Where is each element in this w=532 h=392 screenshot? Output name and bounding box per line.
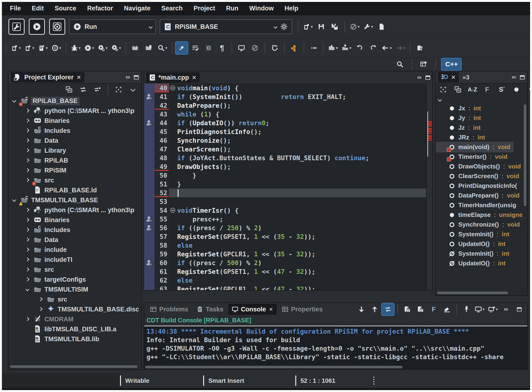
- tree-item-cmdram[interactable]: CMDRAM: [9, 314, 140, 324]
- breakpoint-icon[interactable]: [144, 224, 154, 232]
- minimize-icon[interactable]: [511, 74, 517, 80]
- export-wizard-button[interactable]: ▾: [340, 42, 352, 54]
- tree-item-src[interactable]: src: [9, 294, 140, 304]
- menu-window[interactable]: Window: [249, 5, 273, 12]
- chevron-right-icon[interactable]: [26, 267, 31, 272]
- search-dialog-button[interactable]: ▾: [156, 42, 168, 54]
- line-number[interactable]: 41: [154, 92, 169, 101]
- line-number[interactable]: 58: [154, 241, 169, 250]
- next-edit-location-button[interactable]: [367, 42, 379, 54]
- tree-item-include[interactable]: include: [9, 245, 140, 255]
- menu-file[interactable]: File: [10, 5, 21, 12]
- maximize-icon[interactable]: [133, 74, 139, 80]
- cpp-perspective-button[interactable]: C++: [442, 58, 461, 70]
- outline-item-systeminit-[interactable]: SystemInit():int: [436, 229, 524, 239]
- run-external-tools-button[interactable]: ▾: [110, 42, 122, 54]
- save-all-button[interactable]: [328, 21, 341, 33]
- close-icon[interactable]: [268, 307, 273, 312]
- pin-console-button[interactable]: [460, 303, 472, 315]
- dropdown-arrow-icon[interactable]: ▾: [496, 308, 498, 311]
- tab-console[interactable]: Console: [228, 304, 277, 315]
- collapse-all-button[interactable]: [452, 84, 464, 96]
- menu-search[interactable]: Search: [161, 5, 183, 12]
- new-file-button[interactable]: ▾: [23, 42, 35, 54]
- outline-item-updateio-[interactable]: UpdateIO():int: [436, 258, 524, 268]
- open-perspective-button[interactable]: [417, 58, 430, 70]
- hide-fields-button[interactable]: F: [481, 84, 493, 96]
- annotation-gutter[interactable]: [144, 180, 154, 189]
- instruction-stepping-toggle-button[interactable]: [307, 42, 320, 54]
- line-number[interactable]: 57: [154, 232, 169, 241]
- dropdown-arrow-icon[interactable]: ▾: [79, 46, 81, 50]
- outline-item-jrz[interactable]: JRz:int: [436, 133, 524, 142]
- outline-item-printdiagnosticinfo-[interactable]: PrintDiagnosticInfo(: [436, 181, 524, 191]
- outline-item-dataprepare-[interactable]: DataPrepare():void: [436, 191, 524, 200]
- tree-item-rpilab-base[interactable]: CxRPiLAB_BASE: [9, 96, 140, 106]
- line-number[interactable]: 42: [154, 101, 169, 110]
- maximize-icon[interactable]: [519, 74, 525, 80]
- chevron-right-icon[interactable]: [26, 248, 31, 252]
- focus-on-active-task-button[interactable]: [91, 84, 103, 96]
- tree-item-src[interactable]: src: [9, 265, 140, 275]
- annotation-gutter[interactable]: [144, 171, 154, 180]
- annotation-gutter[interactable]: [144, 232, 154, 241]
- dropdown-arrow-icon[interactable]: ▾: [358, 25, 360, 29]
- tree-item-python-c-smart-ython3-p[interactable]: python (C:\SMARt ... ython3\p: [9, 106, 140, 116]
- menu-project[interactable]: Project: [194, 5, 215, 12]
- annotation-gutter[interactable]: [144, 162, 154, 171]
- word-wrap-console-button[interactable]: F: [428, 303, 440, 315]
- chevron-right-icon[interactable]: [39, 307, 44, 311]
- line-number[interactable]: 63: [154, 285, 169, 290]
- show-whitespace-button[interactable]: ¶: [216, 42, 228, 54]
- outline-item-jz[interactable]: Jz:int: [436, 123, 524, 133]
- tree-item-python-c-smart-ython3-p[interactable]: python (C:\SMARt ... ython3\p: [9, 205, 140, 215]
- tree-item-libtmslab-disc-lib-a[interactable]: libTMSLAB_DISC_LIB.a: [9, 324, 140, 334]
- outline-item-timerisr-[interactable]: TimerIsr():void: [436, 152, 524, 162]
- line-number[interactable]: 45: [154, 127, 169, 136]
- outline-tab[interactable]: [438, 72, 459, 83]
- outline-item-timerhandler-unsig[interactable]: TimerHandler(unsig: [436, 200, 524, 210]
- chevron-right-icon[interactable]: [26, 148, 31, 153]
- tree-item-includeti[interactable]: includeTI: [9, 255, 140, 265]
- tree-item-src[interactable]: xsrc: [9, 175, 140, 185]
- breakpoint-icon[interactable]: [144, 119, 154, 127]
- sort-alphabetically-button[interactable]: A↕Z: [466, 84, 479, 96]
- line-number[interactable]: 50: [154, 171, 169, 180]
- line-number[interactable]: 53: [154, 197, 169, 206]
- show-view-button[interactable]: [235, 42, 248, 54]
- project-explorer-tab[interactable]: Project Explorer: [10, 72, 85, 83]
- annotation-gutter[interactable]: [144, 154, 154, 162]
- focus-button[interactable]: [437, 84, 449, 96]
- line-number[interactable]: 49: [154, 162, 169, 171]
- open-element-button[interactable]: [129, 42, 142, 54]
- editor-tab-main-cpp[interactable]: C *main.cpp: [146, 72, 200, 83]
- dropdown-arrow-icon[interactable]: ▾: [403, 46, 405, 50]
- dropdown-arrow-icon[interactable]: ▾: [483, 308, 485, 311]
- outline-item-timeelapse[interactable]: timeElapse:unsigne: [436, 210, 524, 220]
- annotation-gutter[interactable]: [144, 127, 154, 136]
- block-selection-mode-button[interactable]: [203, 42, 215, 54]
- tree-item-includes[interactable]: CIncludes: [9, 225, 140, 235]
- tree-item-tmsmultilab-base[interactable]: CTMSMULTILAB_BASE: [9, 195, 140, 205]
- chevron-right-icon[interactable]: [26, 208, 31, 212]
- focus-button[interactable]: [112, 84, 125, 96]
- menu-edit[interactable]: Edit: [32, 5, 44, 12]
- annotation-gutter[interactable]: [144, 136, 154, 145]
- line-number[interactable]: 47: [154, 145, 169, 154]
- annotation-gutter[interactable]: [144, 145, 154, 154]
- chevron-right-icon[interactable]: [26, 129, 31, 133]
- last-edit-location-button[interactable]: [354, 42, 366, 54]
- dropdown-arrow-icon[interactable]: ▾: [336, 46, 338, 50]
- tree-item-binaries[interactable]: Binaries: [9, 116, 140, 126]
- vertical-scrollbar[interactable]: [524, 104, 526, 206]
- collapse-all-button[interactable]: [63, 84, 75, 96]
- horizontal-scrollbar[interactable]: [10, 365, 138, 368]
- annotation-gutter[interactable]: [144, 285, 154, 290]
- refresh-debug-views-button[interactable]: [268, 42, 281, 54]
- menu-source[interactable]: Source: [55, 5, 77, 12]
- open-console-button[interactable]: ▾: [487, 303, 499, 315]
- fold-marker-icon[interactable]: [170, 208, 175, 213]
- build-settings-button[interactable]: ▾: [362, 21, 374, 33]
- hide-static-members-button[interactable]: S°: [496, 84, 508, 96]
- tree-item-data[interactable]: Data: [9, 235, 140, 245]
